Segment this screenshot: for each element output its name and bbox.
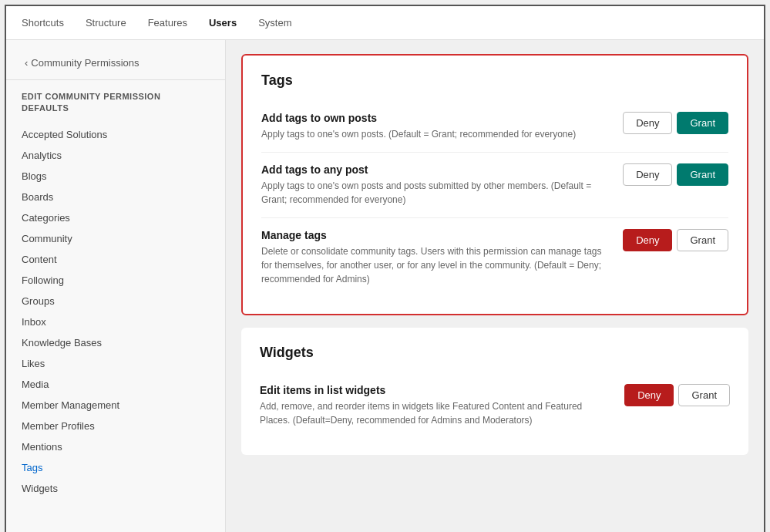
tags-perm-row-1: Add tags to any post Apply tags to one's… [261,153,728,218]
sidebar-item-knowledge-bases[interactable]: Knowledge Bases [6,332,225,353]
sidebar-item-following[interactable]: Following [6,270,225,291]
top-nav-item-features[interactable]: Features [148,14,187,32]
perm-buttons-tags-0: Deny Grant [623,112,728,134]
sidebar-item-member-management[interactable]: Member Management [6,395,225,416]
perm-desc-tags-1: Apply tags to one's own posts and posts … [261,179,607,207]
tags-perm-row-2: Manage tags Delete or consolidate commun… [261,218,728,297]
widgets-card-title: Widgets [260,345,730,361]
sidebar: ‹ Community Permissions EDIT COMMUNITY P… [6,40,226,532]
tags-perm-row-0: Add tags to own posts Apply tags to one'… [261,101,728,153]
sidebar-item-inbox[interactable]: Inbox [6,311,225,332]
main-content: Tags Add tags to own posts Apply tags to… [226,40,764,532]
tags-permissions-list: Add tags to own posts Apply tags to one'… [261,101,728,297]
grant-button-tags-1[interactable]: Grant [677,163,728,186]
top-nav-item-system[interactable]: System [258,14,291,32]
perm-buttons-widgets-0: Deny Grant [624,384,730,406]
perm-buttons-tags-2: Deny Grant [623,229,728,251]
sidebar-items-container: Accepted SolutionsAnalyticsBlogsBoardsCa… [6,124,225,499]
sidebar-section-title: EDIT COMMUNITY PERMISSION DEFAULTS [6,91,225,124]
widgets-perm-row-0: Edit items in list widgets Add, remove, … [260,373,730,438]
tags-card-title: Tags [261,72,728,89]
sidebar-item-categories[interactable]: Categories [6,207,225,228]
sidebar-item-blogs[interactable]: Blogs [6,166,225,187]
top-nav-item-users[interactable]: Users [209,14,237,32]
perm-label-widgets-0: Edit items in list widgets [260,384,609,396]
perm-desc-widgets-0: Add, remove, and reorder items in widget… [260,399,609,427]
top-nav-item-shortcuts[interactable]: Shortcuts [22,14,64,32]
sidebar-item-groups[interactable]: Groups [6,291,225,311]
perm-label-tags-2: Manage tags [261,229,607,241]
sidebar-item-boards[interactable]: Boards [6,187,225,207]
sidebar-item-accepted-solutions[interactable]: Accepted Solutions [6,124,225,145]
chevron-left-icon: ‹ [25,57,28,69]
perm-label-tags-1: Add tags to any post [261,163,607,176]
grant-button-widgets-0[interactable]: Grant [678,384,730,406]
tags-card: Tags Add tags to own posts Apply tags to… [241,54,748,315]
deny-button-widgets-0[interactable]: Deny [624,384,674,406]
sidebar-item-widgets[interactable]: Widgets [6,478,225,499]
sidebar-item-tags[interactable]: Tags [6,457,225,478]
perm-buttons-tags-1: Deny Grant [623,163,728,186]
top-nav-item-structure[interactable]: Structure [86,14,126,32]
sidebar-back-link[interactable]: ‹ Community Permissions [6,54,225,79]
sidebar-item-media[interactable]: Media [6,374,225,395]
sidebar-item-analytics[interactable]: Analytics [6,145,225,166]
deny-button-tags-2[interactable]: Deny [623,229,672,251]
grant-button-tags-0[interactable]: Grant [677,112,728,134]
perm-desc-tags-0: Apply tags to one's own posts. (Default … [261,127,607,141]
sidebar-item-community[interactable]: Community [6,228,225,249]
deny-button-tags-0[interactable]: Deny [623,112,672,134]
sidebar-item-content[interactable]: Content [6,249,225,270]
widgets-permissions-list: Edit items in list widgets Add, remove, … [260,373,730,438]
sidebar-item-likes[interactable]: Likes [6,353,225,374]
top-nav: ShortcutsStructureFeaturesUsersSystem [6,6,764,40]
perm-desc-tags-2: Delete or consolidate community tags. Us… [261,244,607,286]
perm-label-tags-0: Add tags to own posts [261,112,607,124]
widgets-card: Widgets Edit items in list widgets Add, … [241,328,748,455]
grant-button-tags-2[interactable]: Grant [677,229,728,251]
deny-button-tags-1[interactable]: Deny [623,163,672,186]
sidebar-back-label: Community Permissions [31,57,139,69]
sidebar-item-member-profiles[interactable]: Member Profiles [6,416,225,436]
sidebar-item-mentions[interactable]: Mentions [6,436,225,457]
